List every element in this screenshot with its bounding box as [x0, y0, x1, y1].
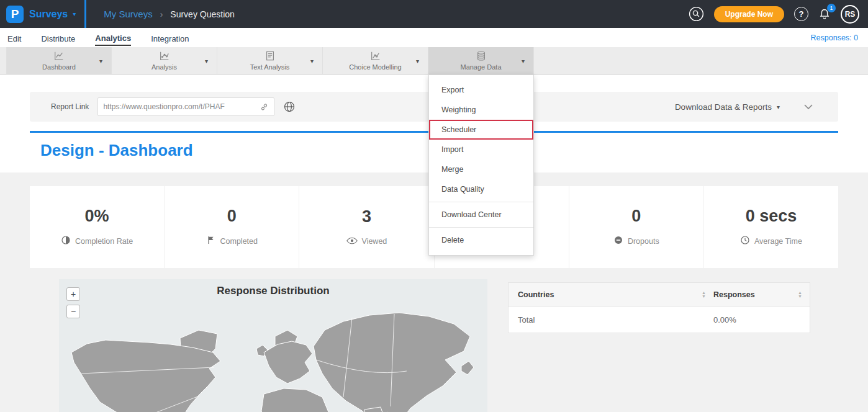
menu-item-scheduler[interactable]: Scheduler [429, 120, 533, 140]
product-name: Surveys [29, 9, 68, 20]
map-zoom-controls: + − [66, 287, 80, 318]
zoom-in-button[interactable]: + [66, 287, 80, 301]
caret-down-icon: ▾ [522, 57, 525, 64]
toolbar-dashboard-label: Dashboard [42, 63, 76, 71]
average-time-clock-icon [740, 235, 750, 248]
stat-value: 0 secs [746, 207, 797, 226]
sort-desc-icon: ▼ [702, 295, 706, 298]
tab-distribute[interactable]: Distribute [41, 30, 75, 45]
collapse-chevron-icon[interactable] [803, 104, 813, 110]
menu-divider [429, 202, 533, 202]
stat-average-time: 0 secs Average Time [704, 186, 838, 268]
dashboard-chart-icon [53, 50, 65, 61]
notification-badge: 1 [827, 4, 836, 12]
menu-item-import[interactable]: Import [429, 140, 533, 159]
tab-edit[interactable]: Edit [7, 30, 21, 45]
toolbar-analysis-label: Analysis [151, 63, 177, 71]
responses-count: Responses: 0 [811, 34, 861, 42]
sort-icon[interactable]: ▲ ▼ [702, 291, 706, 298]
text-analysis-document-icon [264, 50, 276, 61]
download-data-reports-label: Download Data & Reports [675, 102, 772, 112]
breadcrumb-my-surveys[interactable]: My Surveys [104, 9, 152, 19]
menu-item-merge[interactable]: Merge [429, 159, 533, 179]
toolbar-text-analysis-label: Text Analysis [250, 63, 290, 71]
completed-flag-icon [206, 235, 216, 248]
tab-integration[interactable]: Integration [151, 30, 189, 45]
surveys-product-menu[interactable]: P Surveys ▾ [0, 0, 86, 28]
caret-down-icon: ▾ [205, 57, 208, 64]
menu-item-data-quality[interactable]: Data Quality [429, 179, 533, 199]
report-url-box [97, 97, 274, 116]
survey-section-tabs: Edit Distribute Analytics Integration Re… [0, 28, 868, 47]
report-link-label: Report Link [51, 102, 89, 111]
caret-down-icon: ▾ [416, 57, 419, 64]
toolbar-dashboard[interactable]: Dashboard ▾ [6, 47, 112, 74]
analysis-chart-icon [159, 50, 170, 61]
stat-label: Average Time [754, 237, 802, 246]
column-header-responses[interactable]: Responses ▲ ▼ [713, 290, 810, 299]
response-distribution-map-card: Response Distribution + − [59, 279, 487, 412]
menu-item-download-center[interactable]: Download Center [429, 205, 533, 225]
breadcrumb-separator-icon: › [160, 9, 163, 19]
stat-label: Dropouts [628, 237, 659, 246]
stat-label: Completion Rate [75, 237, 133, 246]
stat-value: 3 [362, 207, 371, 226]
toolbar-choice-modelling-label: Choice Modelling [349, 63, 401, 71]
table-row-total: Total 0.00% [509, 307, 810, 333]
menu-divider [429, 227, 533, 228]
top-navigation-bar: P Surveys ▾ My Surveys › Survey Question… [0, 0, 868, 28]
toolbar-choice-modelling[interactable]: Choice Modelling ▾ [323, 47, 428, 74]
help-icon[interactable]: ? [794, 7, 808, 21]
toolbar-manage-data-label: Manage Data [460, 63, 501, 71]
user-avatar[interactable]: RS [841, 5, 859, 24]
sort-icon[interactable]: ▲ ▼ [798, 291, 802, 298]
upgrade-now-button[interactable]: Upgrade Now [714, 6, 784, 22]
stat-value: 0 [631, 207, 641, 226]
table-header-row: Countries ▲ ▼ Responses ▲ ▼ [509, 283, 810, 307]
report-url-input[interactable] [103, 102, 260, 111]
responses-header-label: Responses [713, 290, 755, 299]
world-map[interactable] [59, 279, 487, 412]
topbar-actions: Upgrade Now ? 1 RS [689, 5, 868, 24]
analytics-toolbar: Dashboard ▾ Analysis ▾ Text Analysis ▾ C… [0, 47, 868, 74]
caret-down-icon: ▾ [99, 57, 102, 64]
menu-item-weighting[interactable]: Weighting [429, 100, 533, 120]
choice-modelling-chart-icon [370, 50, 381, 61]
tab-analytics[interactable]: Analytics [95, 30, 131, 46]
stat-value: 0 [227, 207, 237, 226]
toolbar-text-analysis[interactable]: Text Analysis ▾ [217, 47, 323, 74]
globe-icon[interactable] [283, 101, 296, 113]
caret-down-icon: ▾ [310, 57, 314, 64]
sort-desc-icon: ▼ [798, 295, 802, 298]
breadcrumb-current-survey: Survey Question [170, 9, 235, 19]
menu-item-delete[interactable]: Delete [429, 230, 533, 250]
column-header-countries[interactable]: Countries ▲ ▼ [509, 290, 713, 299]
map-title: Response Distribution [59, 285, 487, 297]
toolbar-manage-data[interactable]: Manage Data ▾ [428, 47, 534, 74]
countries-header-label: Countries [518, 290, 554, 299]
manage-data-database-icon [476, 50, 487, 61]
zoom-out-button[interactable]: − [66, 305, 80, 318]
total-responses-value: 0.00% [713, 315, 810, 325]
stat-completed: 0 Completed [165, 186, 299, 268]
stat-viewed: 3 Viewed [299, 186, 434, 268]
toolbar-analysis[interactable]: Analysis ▾ [112, 47, 217, 74]
stat-label: Viewed [362, 237, 387, 246]
link-icon[interactable] [260, 102, 269, 112]
search-icon[interactable] [689, 6, 704, 22]
questionpro-logo[interactable]: P [6, 6, 24, 23]
breadcrumb: My Surveys › Survey Question [104, 9, 235, 19]
page-title: Design - Dashboard [40, 141, 193, 160]
caret-down-icon: ▾ [73, 11, 76, 17]
menu-item-export[interactable]: Export [429, 80, 533, 100]
stat-dropouts: 0 Dropouts [569, 186, 704, 268]
caret-down-icon: ▾ [777, 104, 780, 110]
stat-label: Completed [220, 237, 258, 246]
dropouts-icon [613, 235, 623, 248]
download-data-reports-dropdown[interactable]: Download Data & Reports ▾ [675, 102, 780, 112]
total-label: Total [509, 315, 713, 325]
notifications-bell-icon[interactable]: 1 [818, 8, 831, 20]
viewed-eye-icon [346, 236, 358, 247]
completion-rate-icon [61, 235, 71, 248]
questionpro-analytics-screen: P Surveys ▾ My Surveys › Survey Question… [0, 0, 868, 412]
